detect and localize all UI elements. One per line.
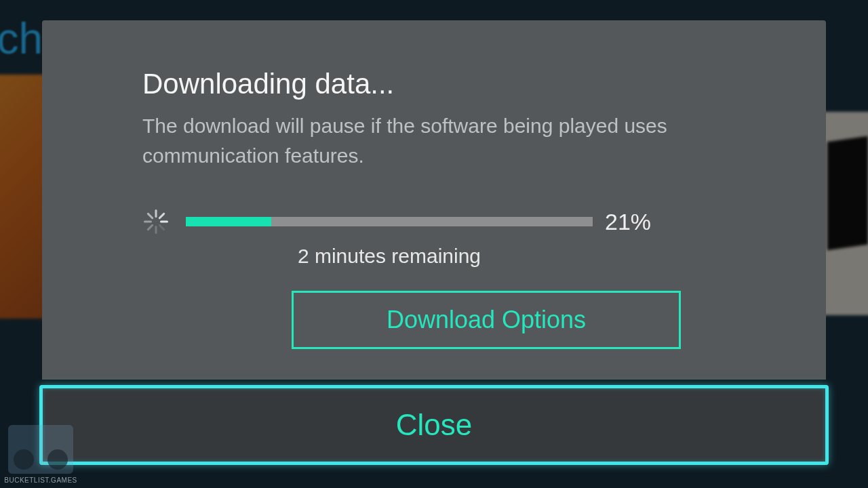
progress-row: 21% bbox=[142, 208, 758, 235]
gamepad-icon bbox=[8, 425, 73, 474]
progress-percent-label: 21% bbox=[605, 209, 651, 235]
download-dialog: Downloading data... The download will pa… bbox=[42, 20, 826, 380]
close-button[interactable]: Close bbox=[39, 385, 829, 465]
download-options-button[interactable]: Download Options bbox=[292, 291, 681, 349]
progress-bar-fill bbox=[186, 217, 271, 226]
dialog-message: The download will pause if the software … bbox=[142, 111, 739, 170]
background-partial-title: nch bbox=[0, 14, 43, 64]
progress-bar bbox=[186, 217, 593, 226]
watermark-text: BUCKETLIST.GAMES bbox=[4, 476, 77, 484]
time-remaining-label: 2 minutes remaining bbox=[186, 245, 593, 268]
dialog-title: Downloading data... bbox=[142, 68, 758, 100]
watermark: BUCKETLIST.GAMES bbox=[7, 416, 75, 484]
loading-spinner-icon bbox=[142, 208, 170, 235]
background-game-tile-right bbox=[821, 112, 868, 315]
